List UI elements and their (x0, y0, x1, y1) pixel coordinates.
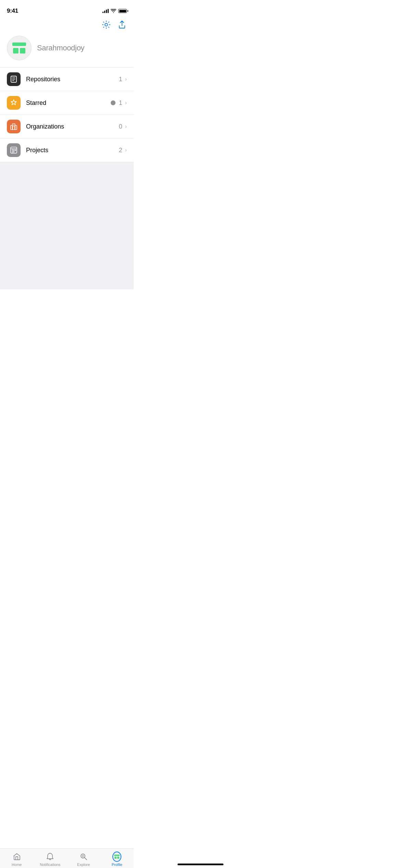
wifi-icon (111, 9, 116, 13)
starred-icon-wrap (7, 96, 21, 110)
organizations-label: Organizations (26, 123, 119, 130)
top-actions (0, 17, 134, 32)
starred-chevron: › (125, 100, 127, 106)
settings-button[interactable] (101, 20, 111, 29)
menu-list: Repositories 1 › Starred 1 › Organizatio… (0, 68, 134, 162)
projects-item[interactable]: Projects 2 › (0, 138, 134, 162)
signal-icon (102, 9, 109, 13)
status-time: 9:41 (7, 8, 18, 14)
repositories-label: Repositories (26, 76, 119, 83)
repositories-item[interactable]: Repositories 1 › (0, 68, 134, 91)
organizations-icon-wrap (7, 120, 21, 133)
status-bar: 9:41 (0, 0, 134, 17)
avatar (7, 36, 32, 60)
empty-content-area (0, 162, 134, 289)
repositories-count: 1 (119, 76, 122, 83)
starred-item[interactable]: Starred 1 › (0, 91, 134, 115)
projects-count: 2 (119, 147, 122, 154)
status-icons (102, 9, 127, 13)
starred-count: 1 (119, 99, 122, 107)
svg-point-0 (105, 23, 108, 26)
starred-label: Starred (26, 99, 111, 107)
profile-header: Sarahmoodjoy (0, 32, 134, 67)
organizations-count: 0 (119, 123, 122, 130)
svg-rect-13 (13, 149, 14, 151)
projects-icon-wrap (7, 143, 21, 157)
organizations-item[interactable]: Organizations 0 › (0, 115, 134, 138)
share-button[interactable] (117, 20, 127, 29)
projects-chevron: › (125, 147, 127, 153)
starred-badge (111, 100, 116, 105)
svg-rect-15 (13, 151, 14, 153)
organizations-chevron: › (125, 123, 127, 130)
svg-rect-14 (15, 149, 16, 151)
username: Sarahmoodjoy (37, 44, 84, 52)
battery-icon (118, 9, 127, 13)
projects-label: Projects (26, 147, 119, 154)
repositories-icon-wrap (7, 72, 21, 86)
repositories-chevron: › (125, 76, 127, 82)
